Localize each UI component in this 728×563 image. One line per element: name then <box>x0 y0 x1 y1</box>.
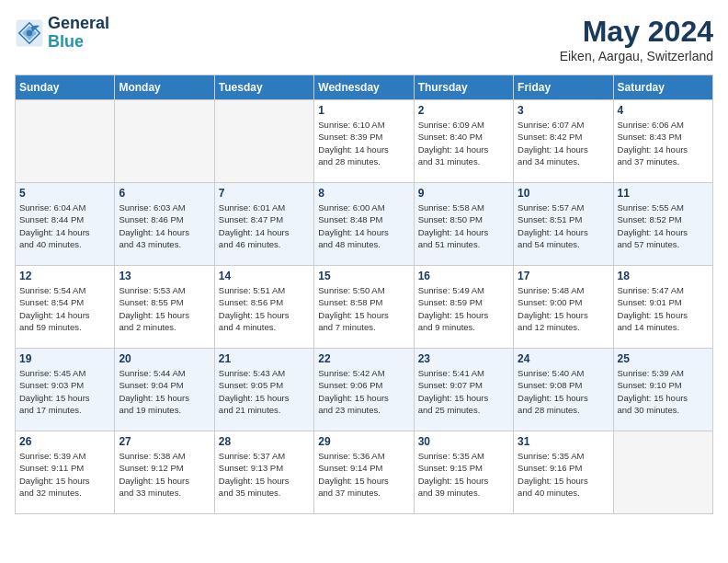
calendar-cell: 25Sunrise: 5:39 AM Sunset: 9:10 PM Dayli… <box>613 349 712 431</box>
day-number: 30 <box>418 435 509 448</box>
calendar-cell <box>16 100 115 183</box>
day-number: 29 <box>318 435 409 448</box>
day-number: 16 <box>418 270 509 282</box>
column-header-monday: Monday <box>115 75 214 100</box>
day-info: Sunrise: 6:03 AM Sunset: 8:46 PM Dayligh… <box>119 201 210 250</box>
day-info: Sunrise: 5:39 AM Sunset: 9:11 PM Dayligh… <box>19 450 110 499</box>
calendar-cell: 8Sunrise: 6:00 AM Sunset: 8:48 PM Daylig… <box>314 183 414 266</box>
day-info: Sunrise: 5:40 AM Sunset: 9:08 PM Dayligh… <box>518 367 609 416</box>
calendar-week-row: 26Sunrise: 5:39 AM Sunset: 9:11 PM Dayli… <box>16 431 713 514</box>
logo-text: GeneralBlue <box>48 15 109 52</box>
calendar-cell: 3Sunrise: 6:07 AM Sunset: 8:42 PM Daylig… <box>514 100 613 183</box>
calendar-week-row: 12Sunrise: 5:54 AM Sunset: 8:54 PM Dayli… <box>16 266 713 349</box>
column-header-tuesday: Tuesday <box>214 75 313 100</box>
day-number: 21 <box>219 352 310 365</box>
calendar-cell: 26Sunrise: 5:39 AM Sunset: 9:11 PM Dayli… <box>16 431 115 514</box>
calendar-cell: 30Sunrise: 5:35 AM Sunset: 9:15 PM Dayli… <box>414 431 513 514</box>
day-info: Sunrise: 5:50 AM Sunset: 8:58 PM Dayligh… <box>318 284 409 333</box>
day-number: 18 <box>618 270 709 282</box>
day-info: Sunrise: 5:53 AM Sunset: 8:55 PM Dayligh… <box>119 284 210 333</box>
day-info: Sunrise: 5:57 AM Sunset: 8:51 PM Dayligh… <box>518 201 609 250</box>
calendar-cell: 5Sunrise: 6:04 AM Sunset: 8:44 PM Daylig… <box>16 183 115 266</box>
day-info: Sunrise: 5:36 AM Sunset: 9:14 PM Dayligh… <box>318 450 409 499</box>
calendar-cell: 13Sunrise: 5:53 AM Sunset: 8:55 PM Dayli… <box>115 266 214 349</box>
calendar-cell: 18Sunrise: 5:47 AM Sunset: 9:01 PM Dayli… <box>613 266 712 349</box>
calendar-cell: 9Sunrise: 5:58 AM Sunset: 8:50 PM Daylig… <box>414 183 513 266</box>
day-info: Sunrise: 5:39 AM Sunset: 9:10 PM Dayligh… <box>618 367 709 416</box>
day-number: 24 <box>518 352 609 365</box>
calendar-cell <box>214 100 313 183</box>
day-info: Sunrise: 6:01 AM Sunset: 8:47 PM Dayligh… <box>219 201 310 250</box>
day-number: 20 <box>119 352 210 365</box>
calendar-cell: 15Sunrise: 5:50 AM Sunset: 8:58 PM Dayli… <box>314 266 414 349</box>
day-number: 1 <box>318 104 409 117</box>
calendar-cell: 19Sunrise: 5:45 AM Sunset: 9:03 PM Dayli… <box>16 349 115 431</box>
day-info: Sunrise: 5:38 AM Sunset: 9:12 PM Dayligh… <box>119 450 210 499</box>
day-info: Sunrise: 5:44 AM Sunset: 9:04 PM Dayligh… <box>119 367 210 416</box>
day-info: Sunrise: 5:48 AM Sunset: 9:00 PM Dayligh… <box>518 284 609 333</box>
calendar-cell: 27Sunrise: 5:38 AM Sunset: 9:12 PM Dayli… <box>115 431 214 514</box>
calendar-cell: 4Sunrise: 6:06 AM Sunset: 8:43 PM Daylig… <box>613 100 712 183</box>
day-number: 23 <box>418 352 509 365</box>
day-number: 5 <box>19 187 110 200</box>
calendar-cell: 24Sunrise: 5:40 AM Sunset: 9:08 PM Dayli… <box>514 349 613 431</box>
day-number: 25 <box>618 352 709 365</box>
day-info: Sunrise: 6:09 AM Sunset: 8:40 PM Dayligh… <box>418 119 509 167</box>
day-info: Sunrise: 6:06 AM Sunset: 8:43 PM Dayligh… <box>618 119 709 167</box>
day-info: Sunrise: 5:42 AM Sunset: 9:06 PM Dayligh… <box>318 367 409 416</box>
day-number: 10 <box>518 187 609 200</box>
day-number: 13 <box>119 270 210 282</box>
day-info: Sunrise: 5:47 AM Sunset: 9:01 PM Dayligh… <box>618 284 709 333</box>
calendar-cell: 28Sunrise: 5:37 AM Sunset: 9:13 PM Dayli… <box>214 431 313 514</box>
calendar-table: SundayMondayTuesdayWednesdayThursdayFrid… <box>15 75 713 514</box>
day-number: 2 <box>418 104 509 117</box>
day-info: Sunrise: 5:54 AM Sunset: 8:54 PM Dayligh… <box>19 284 110 333</box>
calendar-cell: 23Sunrise: 5:41 AM Sunset: 9:07 PM Dayli… <box>414 349 513 431</box>
calendar-cell: 16Sunrise: 5:49 AM Sunset: 8:59 PM Dayli… <box>414 266 513 349</box>
day-info: Sunrise: 5:35 AM Sunset: 9:15 PM Dayligh… <box>418 450 509 499</box>
day-number: 22 <box>318 352 409 365</box>
calendar-cell: 6Sunrise: 6:03 AM Sunset: 8:46 PM Daylig… <box>115 183 214 266</box>
calendar-cell <box>613 431 712 514</box>
month-title: May 2024 <box>560 15 713 49</box>
page-header: GeneralBlue May 2024 Eiken, Aargau, Swit… <box>15 15 713 63</box>
day-number: 27 <box>119 435 210 448</box>
day-info: Sunrise: 5:41 AM Sunset: 9:07 PM Dayligh… <box>418 367 509 416</box>
day-number: 15 <box>318 270 409 282</box>
day-info: Sunrise: 6:04 AM Sunset: 8:44 PM Dayligh… <box>19 201 110 250</box>
location: Eiken, Aargau, Switzerland <box>560 49 713 63</box>
day-number: 26 <box>19 435 110 448</box>
day-info: Sunrise: 5:37 AM Sunset: 9:13 PM Dayligh… <box>219 450 310 499</box>
day-number: 6 <box>119 187 210 200</box>
day-info: Sunrise: 5:51 AM Sunset: 8:56 PM Dayligh… <box>219 284 310 333</box>
calendar-cell: 17Sunrise: 5:48 AM Sunset: 9:00 PM Dayli… <box>514 266 613 349</box>
day-info: Sunrise: 5:55 AM Sunset: 8:52 PM Dayligh… <box>618 201 709 250</box>
day-number: 11 <box>618 187 709 200</box>
day-info: Sunrise: 5:58 AM Sunset: 8:50 PM Dayligh… <box>418 201 509 250</box>
day-info: Sunrise: 6:10 AM Sunset: 8:39 PM Dayligh… <box>318 119 409 167</box>
day-number: 19 <box>19 352 110 365</box>
calendar-week-row: 19Sunrise: 5:45 AM Sunset: 9:03 PM Dayli… <box>16 349 713 431</box>
day-info: Sunrise: 6:00 AM Sunset: 8:48 PM Dayligh… <box>318 201 409 250</box>
day-info: Sunrise: 5:35 AM Sunset: 9:16 PM Dayligh… <box>518 450 609 499</box>
calendar-week-row: 1Sunrise: 6:10 AM Sunset: 8:39 PM Daylig… <box>16 100 713 183</box>
day-info: Sunrise: 5:43 AM Sunset: 9:05 PM Dayligh… <box>219 367 310 416</box>
calendar-cell: 1Sunrise: 6:10 AM Sunset: 8:39 PM Daylig… <box>314 100 414 183</box>
calendar-cell: 11Sunrise: 5:55 AM Sunset: 8:52 PM Dayli… <box>613 183 712 266</box>
calendar-cell: 22Sunrise: 5:42 AM Sunset: 9:06 PM Dayli… <box>314 349 414 431</box>
calendar-cell: 14Sunrise: 5:51 AM Sunset: 8:56 PM Dayli… <box>214 266 313 349</box>
day-info: Sunrise: 6:07 AM Sunset: 8:42 PM Dayligh… <box>518 119 609 167</box>
calendar-body: 1Sunrise: 6:10 AM Sunset: 8:39 PM Daylig… <box>16 100 713 514</box>
day-number: 31 <box>518 435 609 448</box>
day-info: Sunrise: 5:45 AM Sunset: 9:03 PM Dayligh… <box>19 367 110 416</box>
day-info: Sunrise: 5:49 AM Sunset: 8:59 PM Dayligh… <box>418 284 509 333</box>
calendar-cell: 12Sunrise: 5:54 AM Sunset: 8:54 PM Dayli… <box>16 266 115 349</box>
day-number: 8 <box>318 187 409 200</box>
svg-point-3 <box>27 30 32 36</box>
calendar-cell <box>115 100 214 183</box>
day-number: 3 <box>518 104 609 117</box>
column-header-wednesday: Wednesday <box>314 75 414 100</box>
calendar-header-row: SundayMondayTuesdayWednesdayThursdayFrid… <box>16 75 713 100</box>
calendar-cell: 20Sunrise: 5:44 AM Sunset: 9:04 PM Dayli… <box>115 349 214 431</box>
day-number: 4 <box>618 104 709 117</box>
